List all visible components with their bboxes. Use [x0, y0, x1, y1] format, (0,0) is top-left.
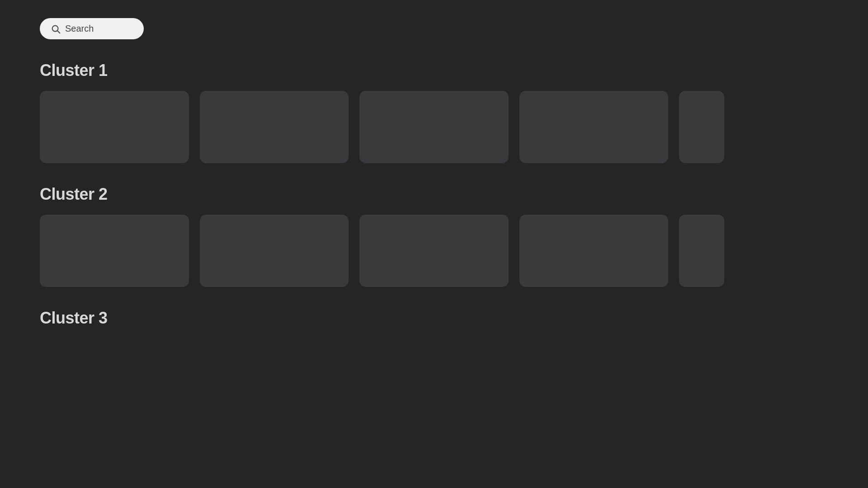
search-placeholder-text: Search	[65, 23, 94, 34]
search-bar[interactable]: Search	[40, 18, 144, 39]
cluster-1-card-2[interactable]	[200, 91, 349, 163]
search-icon	[51, 24, 61, 34]
cluster-1-card-3[interactable]	[359, 91, 509, 163]
cluster-1-card-4[interactable]	[519, 91, 669, 163]
cluster-3-title: Cluster 3	[40, 309, 828, 328]
cluster-2-card-4[interactable]	[519, 215, 669, 287]
cluster-2-card-5[interactable]	[679, 215, 724, 287]
cluster-2-grid	[40, 215, 828, 287]
svg-line-1	[57, 31, 60, 33]
cluster-2-section: Cluster 2	[40, 185, 828, 287]
cluster-1-card-1[interactable]	[40, 91, 189, 163]
cluster-2-card-1[interactable]	[40, 215, 189, 287]
cluster-1-card-5[interactable]	[679, 91, 724, 163]
page-container: Search Cluster 1 Cluster 2 Cluster 3	[0, 0, 868, 367]
cluster-3-section: Cluster 3	[40, 309, 828, 328]
cluster-2-card-3[interactable]	[359, 215, 509, 287]
cluster-2-card-2[interactable]	[200, 215, 349, 287]
cluster-1-section: Cluster 1	[40, 61, 828, 163]
cluster-1-title: Cluster 1	[40, 61, 828, 80]
cluster-1-grid	[40, 91, 828, 163]
cluster-2-title: Cluster 2	[40, 185, 828, 204]
